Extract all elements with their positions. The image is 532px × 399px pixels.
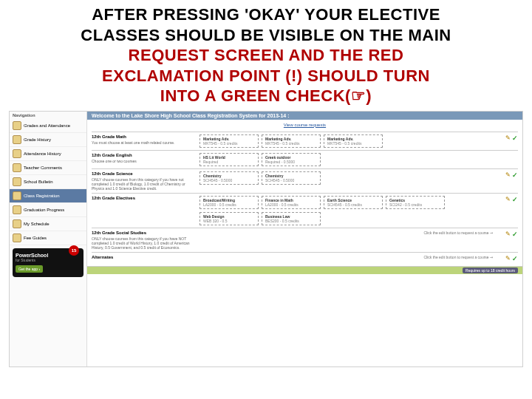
check-icon: ✓ bbox=[512, 134, 518, 142]
course-box[interactable]: HS Lit WorldRequired bbox=[200, 153, 259, 166]
course-box[interactable]: Marketing Adv.MKT545 - 0.5 credits bbox=[324, 134, 383, 148]
section-title: 12th Grade Social Studies bbox=[92, 231, 195, 235]
section-desc: You must choose at least one math relate… bbox=[92, 140, 195, 145]
sidebar-item[interactable]: Grade History bbox=[10, 133, 86, 147]
view-requests-link[interactable]: View course requests bbox=[87, 120, 522, 130]
nav-icon bbox=[13, 219, 21, 228]
section-title: 12th Grade Electives bbox=[92, 196, 195, 200]
course-box[interactable]: Marketing Adv.MKT545 - 0.5 credits bbox=[200, 134, 259, 148]
instruction-title: AFTER PRESSING 'OKAY' YOUR ELECTIVE CLAS… bbox=[0, 0, 532, 108]
click-message: Click the edit button to request a cours… bbox=[200, 255, 493, 259]
course-box[interactable]: Finance in MathLA2000 - 0.5 credits bbox=[262, 196, 321, 209]
section-status: ✎✓ bbox=[497, 134, 518, 142]
nav-icon bbox=[13, 163, 21, 172]
section-left: 12th Grade MathYou must choose at least … bbox=[92, 134, 195, 145]
course-box[interactable]: Greek outdoorRequired - 0.5000 bbox=[262, 153, 321, 166]
course-box[interactable]: ChemistrySCI4545 - 0.5000 bbox=[262, 171, 321, 185]
sidebar: Navigation Grades and AttendanceGrade Hi… bbox=[10, 112, 87, 366]
nav-label: Graduation Progress bbox=[24, 208, 64, 212]
sidebar-item[interactable]: School Bulletin bbox=[10, 175, 86, 189]
section-title: Alternates bbox=[92, 255, 195, 259]
check-icon: ✓ bbox=[512, 231, 518, 238]
sidebar-item[interactable]: Fee Guides bbox=[10, 231, 86, 245]
section-desc: Choose one or two courses bbox=[92, 159, 195, 163]
nav-label: Grade History bbox=[24, 137, 51, 142]
nav-label: My Schedule bbox=[24, 222, 50, 226]
section-left: Alternates bbox=[92, 255, 195, 261]
nav-icon bbox=[13, 121, 21, 130]
course-box[interactable]: Business LawBES200 - 0.5 credits bbox=[262, 212, 321, 225]
nav-label: School Bulletin bbox=[24, 180, 53, 184]
section-row: 12th Grade ScienceONLY choose courses fr… bbox=[92, 168, 518, 193]
get-app-button[interactable]: Get the app › bbox=[16, 265, 43, 273]
pencil-icon[interactable]: ✎ bbox=[505, 231, 511, 237]
pencil-icon[interactable]: ✎ bbox=[505, 196, 511, 202]
course-box[interactable]: Broadcast/WritingLA2000 - 0.5 credits bbox=[200, 196, 259, 209]
sidebar-item[interactable]: My Schedule bbox=[10, 217, 86, 231]
nav-label: Attendance History bbox=[24, 151, 61, 156]
sidebar-item[interactable]: Class Registration bbox=[10, 189, 86, 203]
sidebar-header: Navigation bbox=[10, 112, 86, 119]
click-message: Click the edit button to request a cours… bbox=[200, 231, 493, 235]
sidebar-item[interactable]: Graduation Progress bbox=[10, 203, 86, 217]
section-row: AlternatesClick the edit button to reque… bbox=[92, 252, 518, 265]
nav-icon bbox=[13, 205, 21, 214]
footer-bar: Requires up to 18 credit hours bbox=[87, 266, 522, 274]
section-status: ✎✓ bbox=[497, 171, 518, 179]
sections-container: 12th Grade MathYou must choose at least … bbox=[87, 130, 522, 266]
credit-requirement: Requires up to 18 credit hours bbox=[463, 267, 518, 273]
section-status: ✎✓ bbox=[497, 255, 518, 262]
course-box[interactable]: ChemistrySCI4545 - 0.5000 bbox=[200, 171, 259, 185]
section-desc: ONLY choose courses from this category i… bbox=[92, 236, 195, 250]
app-screenshot: Navigation Grades and AttendanceGrade Hi… bbox=[9, 111, 523, 367]
promo-subtitle: for Students bbox=[16, 258, 81, 262]
check-icon: ✓ bbox=[512, 196, 518, 203]
section-title: 12th Grade Science bbox=[92, 171, 195, 176]
nav-label: Grades and Attendance bbox=[24, 123, 70, 128]
section-row: 12th Grade EnglishChoose one or two cour… bbox=[92, 150, 518, 168]
check-icon: ✓ bbox=[512, 255, 518, 262]
section-title: 12th Grade English bbox=[92, 153, 195, 157]
nav-icon bbox=[13, 135, 21, 144]
sidebar-item[interactable]: Teacher Comments bbox=[10, 161, 86, 175]
course-box[interactable]: Earth ScienceSCI4545 - 0.5 credits bbox=[324, 196, 383, 209]
course-list: Broadcast/WritingLA2000 - 0.5 creditsFin… bbox=[200, 196, 493, 225]
section-status: ✎✓ bbox=[497, 231, 518, 238]
course-box[interactable]: Marketing Adv.MKT545 - 0.5 credits bbox=[262, 134, 321, 148]
nav-label: Fee Guides bbox=[24, 236, 47, 240]
nav-icon bbox=[13, 191, 21, 200]
promo-card[interactable]: 15 PowerSchool for Students Get the app … bbox=[13, 248, 83, 278]
nav-label: Class Registration bbox=[24, 194, 60, 198]
pencil-icon[interactable]: ✎ bbox=[505, 171, 511, 178]
section-left: 12th Grade EnglishChoose one or two cour… bbox=[92, 153, 195, 163]
course-box[interactable]: GeneticsSCI242 - 0.5 credits bbox=[386, 196, 445, 209]
section-title: 12th Grade Math bbox=[92, 134, 195, 139]
sidebar-item[interactable]: Attendance History bbox=[10, 147, 86, 161]
section-row: 12th Grade Social StudiesONLY choose cou… bbox=[92, 228, 518, 252]
section-status: ✎✓ bbox=[497, 196, 518, 203]
badge-icon: 15 bbox=[69, 245, 79, 256]
section-row: 12th Grade MathYou must choose at least … bbox=[92, 132, 518, 150]
nav-icon bbox=[13, 149, 21, 158]
course-list: Marketing Adv.MKT545 - 0.5 creditsMarket… bbox=[200, 134, 493, 148]
course-list: ChemistrySCI4545 - 0.5000ChemistrySCI454… bbox=[200, 171, 493, 185]
course-box[interactable]: Web DesignWEB 320 - 0.5 bbox=[200, 212, 259, 225]
nav-icon bbox=[13, 177, 21, 186]
nav-label: Teacher Comments bbox=[24, 166, 62, 170]
nav-icon bbox=[13, 233, 21, 242]
check-icon: ✓ bbox=[512, 171, 518, 179]
section-row: 12th Grade ElectivesBroadcast/WritingLA2… bbox=[92, 193, 518, 228]
welcome-bar: Welcome to the Lake Shore High School Cl… bbox=[87, 112, 522, 120]
course-list: HS Lit WorldRequiredGreek outdoorRequire… bbox=[200, 153, 493, 166]
pencil-icon[interactable]: ✎ bbox=[505, 255, 511, 262]
section-left: 12th Grade Electives bbox=[92, 196, 195, 202]
sidebar-item[interactable]: Grades and Attendance bbox=[10, 119, 86, 133]
main-content: Welcome to the Lake Shore High School Cl… bbox=[87, 112, 522, 366]
pencil-icon[interactable]: ✎ bbox=[505, 134, 511, 141]
section-desc: ONLY choose courses from this category i… bbox=[92, 177, 195, 191]
section-left: 12th Grade Social StudiesONLY choose cou… bbox=[92, 231, 195, 250]
section-left: 12th Grade ScienceONLY choose courses fr… bbox=[92, 171, 195, 191]
